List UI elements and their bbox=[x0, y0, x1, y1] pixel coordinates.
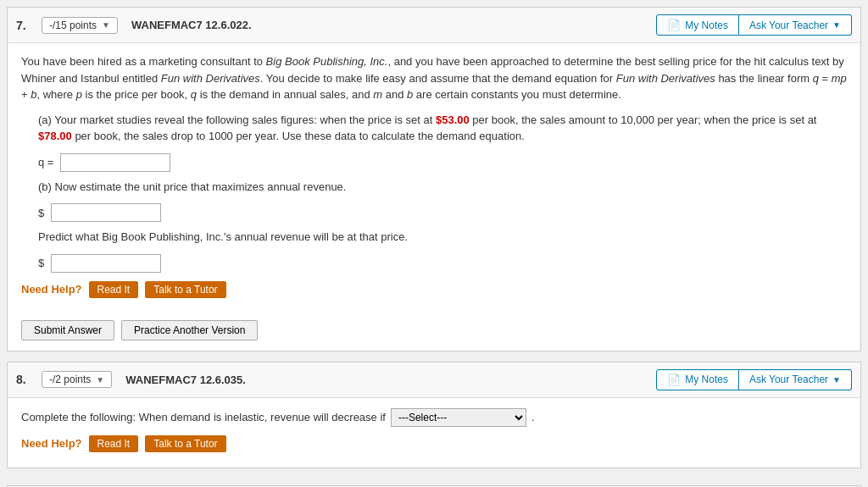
question-7-body: You have been hired as a marketing consu… bbox=[8, 43, 860, 313]
question-8-id: WANEFMAC7 12.6.035. bbox=[125, 374, 648, 386]
question-8-points-label: -/2 points bbox=[49, 374, 91, 385]
page-container: 7. -/15 points ▼ WANEFMAC7 12.6.022. 📄 M… bbox=[0, 0, 868, 487]
question-7-part-a: (a) Your market studies reveal the follo… bbox=[38, 112, 847, 145]
chevron-down-icon-4: ▼ bbox=[832, 375, 841, 385]
question-7-header: 7. -/15 points ▼ WANEFMAC7 12.6.022. 📄 M… bbox=[8, 8, 860, 43]
question-7-part-c-text: Predict what Big Book Publishing, Inc.'s… bbox=[38, 229, 847, 246]
question-7-part-b-label: $ bbox=[38, 207, 44, 219]
question-7-points-badge[interactable]: -/15 points ▼ bbox=[42, 17, 118, 34]
question-7-part-a-input[interactable] bbox=[60, 153, 170, 172]
chevron-down-icon: ▼ bbox=[102, 20, 110, 30]
question-8-talk-tutor-button[interactable]: Talk to a Tutor bbox=[145, 435, 225, 452]
question-8-ask-teacher-button[interactable]: Ask Your Teacher ▼ bbox=[739, 369, 852, 390]
question-8-points-badge[interactable]: -/2 points ▼ bbox=[42, 371, 112, 388]
question-7-ask-teacher-button[interactable]: Ask Your Teacher ▼ bbox=[739, 14, 852, 36]
question-7-buttons: 📄 My Notes Ask Your Teacher ▼ bbox=[656, 14, 852, 36]
document-icon-2: 📄 bbox=[667, 374, 681, 386]
question-7-talk-tutor-button[interactable]: Talk to a Tutor bbox=[145, 281, 225, 298]
question-8-header: 8. -/2 points ▼ WANEFMAC7 12.6.035. 📄 My… bbox=[8, 362, 860, 398]
question-7-points-label: -/15 points bbox=[49, 19, 97, 31]
question-7-part-b-text: (b) Now estimate the unit price that max… bbox=[38, 179, 847, 196]
question-8-notes-label: My Notes bbox=[685, 374, 728, 385]
question-7-need-help: Need Help? Read It Talk to a Tutor bbox=[21, 281, 847, 298]
question-8-need-help-label: Need Help? bbox=[21, 437, 82, 450]
question-7-part-b: (b) Now estimate the unit price that max… bbox=[38, 179, 847, 196]
question-7-notes-button[interactable]: 📄 My Notes bbox=[656, 14, 739, 36]
question-8-notes-button[interactable]: 📄 My Notes bbox=[656, 369, 739, 390]
question-7-part-c: Predict what Big Book Publishing, Inc.'s… bbox=[38, 229, 847, 246]
question-7-part-a-label: q = bbox=[38, 156, 53, 169]
question-7-part-b-input-line: $ bbox=[38, 203, 847, 222]
question-7-id: WANEFMAC7 12.6.022. bbox=[131, 19, 648, 31]
chevron-down-icon-2: ▼ bbox=[832, 20, 841, 30]
question-8-body: Complete the following: When demand is i… bbox=[8, 398, 860, 468]
separator bbox=[7, 479, 861, 485]
question-7-part-b-input[interactable] bbox=[51, 203, 161, 222]
question-7-block: 7. -/15 points ▼ WANEFMAC7 12.6.022. 📄 M… bbox=[7, 7, 861, 351]
chevron-down-icon-3: ▼ bbox=[96, 375, 104, 385]
question-7-part-c-input[interactable] bbox=[51, 254, 161, 273]
question-8-select-line: Complete the following: When demand is i… bbox=[21, 408, 847, 427]
document-icon: 📄 bbox=[667, 19, 681, 31]
question-7-need-help-label: Need Help? bbox=[21, 283, 82, 296]
question-8-ask-teacher-label: Ask Your Teacher bbox=[749, 374, 828, 385]
question-7-practice-button[interactable]: Practice Another Version bbox=[121, 320, 258, 340]
question-8-block: 8. -/2 points ▼ WANEFMAC7 12.6.035. 📄 My… bbox=[7, 362, 861, 468]
question-8-read-it-button[interactable]: Read It bbox=[89, 435, 139, 452]
question-8-number: 8. bbox=[16, 373, 33, 386]
question-8-buttons: 📄 My Notes Ask Your Teacher ▼ bbox=[656, 369, 852, 390]
question-7-part-a-text: (a) Your market studies reveal the follo… bbox=[38, 112, 847, 145]
question-7-footer: Submit Answer Practice Another Version bbox=[8, 313, 860, 351]
question-7-submit-button[interactable]: Submit Answer bbox=[21, 320, 114, 340]
question-7-number: 7. bbox=[16, 19, 33, 32]
question-7-part-c-input-line: $ bbox=[38, 254, 847, 273]
question-8-body-text: Complete the following: When demand is i… bbox=[21, 411, 386, 423]
question-7-read-it-button[interactable]: Read It bbox=[89, 281, 139, 298]
question-8-select[interactable]: ---Select--- bbox=[391, 408, 526, 427]
question-8-need-help: Need Help? Read It Talk to a Tutor bbox=[21, 435, 847, 452]
question-7-part-a-input-line: q = bbox=[38, 153, 847, 172]
question-7-intro-text: You have been hired as a marketing consu… bbox=[21, 53, 847, 103]
question-8-period: . bbox=[531, 411, 535, 423]
question-7-ask-teacher-label: Ask Your Teacher bbox=[749, 19, 828, 31]
question-7-notes-label: My Notes bbox=[685, 19, 728, 31]
question-7-part-c-label: $ bbox=[38, 257, 44, 269]
